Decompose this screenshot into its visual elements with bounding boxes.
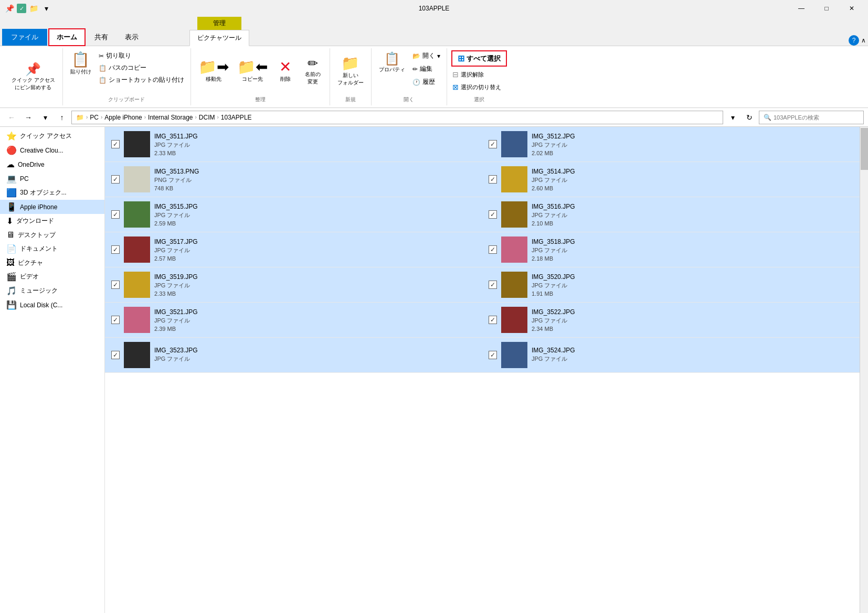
forward-button[interactable]: →: [21, 110, 36, 125]
file-info-12: IMG_3523.JPG JPG ファイル: [154, 347, 198, 364]
sidebar-item-1[interactable]: 🔴Creative Clou...: [0, 143, 104, 157]
file-checkbox-10[interactable]: [111, 316, 120, 324]
file-item[interactable]: IMG_3515.JPG JPG ファイル 2.59 MB: [105, 197, 482, 232]
invert-selection-button[interactable]: ⊠ 選択の切り替え: [451, 82, 502, 92]
file-item[interactable]: IMG_3524.JPG JPG ファイル: [482, 338, 860, 373]
file-item[interactable]: IMG_3516.JPG JPG ファイル 2.10 MB: [482, 197, 860, 232]
maximize-button[interactable]: □: [814, 0, 839, 17]
file-checkbox-4[interactable]: [111, 210, 120, 219]
file-checkbox-7[interactable]: [489, 245, 497, 254]
file-item[interactable]: IMG_3517.JPG JPG ファイル 2.57 MB: [105, 232, 482, 267]
qat-dropdown-icon[interactable]: ▾: [41, 3, 51, 14]
file-list[interactable]: IMG_3511.JPG JPG ファイル 2.33 MB IMG_3512.J…: [105, 127, 860, 613]
qat-pin-icon[interactable]: 📌: [4, 3, 15, 14]
copy-path-button[interactable]: 📋 パスのコピー: [97, 62, 186, 73]
file-thumb-1: [501, 131, 527, 157]
cut-icon: ✂: [99, 52, 104, 60]
recent-locations-button[interactable]: ▾: [38, 110, 52, 125]
expand-path-button[interactable]: ▾: [725, 110, 740, 125]
sidebar-item-4[interactable]: 🟦3D オブジェク...: [0, 186, 104, 200]
tab-share[interactable]: 共有: [87, 29, 116, 46]
tab-manage[interactable]: 管理: [197, 17, 241, 30]
rename-button[interactable]: ✏ 名前の 変更: [300, 55, 325, 88]
pin-button[interactable]: 📌 クイック アクセス にピン留めする: [8, 61, 58, 93]
open-button[interactable]: 📂 開く ▾: [410, 50, 442, 61]
file-checkbox-2[interactable]: [111, 175, 120, 184]
file-checkbox-11[interactable]: [489, 316, 497, 324]
qat-folder-icon[interactable]: 📁: [28, 3, 39, 14]
deselect-button[interactable]: ⊟ 選択解除: [451, 70, 485, 79]
scrollbar-thumb[interactable]: [861, 128, 868, 170]
file-checkbox-9[interactable]: [489, 281, 497, 289]
paste-shortcut-button[interactable]: 📋 ショートカットの貼り付け: [97, 74, 186, 85]
refresh-button[interactable]: ↻: [742, 110, 757, 125]
file-item[interactable]: IMG_3519.JPG JPG ファイル 2.33 MB: [105, 267, 482, 303]
file-checkbox-5[interactable]: [489, 210, 497, 219]
file-name-9: IMG_3520.JPG: [532, 273, 575, 281]
file-item[interactable]: IMG_3522.JPG JPG ファイル 2.34 MB: [482, 303, 860, 338]
cut-button[interactable]: ✂ 切り取り: [97, 50, 186, 61]
path-part-iphone[interactable]: Apple iPhone: [104, 114, 142, 121]
sidebar-icon-0: ⭐: [6, 131, 17, 141]
tab-home[interactable]: ホーム: [48, 28, 86, 46]
file-name-7: IMG_3518.JPG: [532, 238, 575, 245]
minimize-button[interactable]: —: [789, 0, 813, 17]
sidebar-item-0[interactable]: ⭐クイック アクセス: [0, 129, 104, 143]
history-button[interactable]: 🕐 履歴: [410, 77, 442, 88]
file-item[interactable]: IMG_3523.JPG JPG ファイル: [105, 338, 482, 373]
sidebar-item-5[interactable]: 📱Apple iPhone: [0, 200, 104, 214]
tab-view[interactable]: 表示: [117, 29, 146, 46]
deselect-icon: ⊟: [452, 70, 459, 79]
file-checkbox-1[interactable]: [489, 140, 497, 148]
sidebar-item-6[interactable]: ⬇ダウンロード: [0, 214, 104, 228]
file-checkbox-12[interactable]: [111, 351, 120, 359]
sidebar-item-2[interactable]: ☁OneDrive: [0, 157, 104, 171]
collapse-ribbon-button[interactable]: ∧: [861, 37, 866, 44]
scrollbar-track[interactable]: [860, 127, 868, 613]
file-item[interactable]: IMG_3521.JPG JPG ファイル 2.39 MB: [105, 303, 482, 338]
file-info-8: IMG_3519.JPG JPG ファイル 2.33 MB: [154, 273, 198, 297]
properties-button[interactable]: 📋 プロパティ: [376, 50, 408, 76]
file-item[interactable]: IMG_3514.JPG JPG ファイル 2.60 MB: [482, 162, 860, 197]
sidebar-item-8[interactable]: 📄ドキュメント: [0, 242, 104, 256]
qat-check-icon[interactable]: ✓: [17, 4, 26, 13]
sidebar-item-7[interactable]: 🖥デスクトップ: [0, 228, 104, 242]
close-button[interactable]: ✕: [840, 0, 864, 17]
address-path[interactable]: 📁 › PC › Apple iPhone › Internal Storage…: [71, 111, 723, 124]
file-item[interactable]: IMG_3513.PNG PNG ファイル 748 KB: [105, 162, 482, 197]
file-checkbox-0[interactable]: [111, 140, 120, 148]
back-button[interactable]: ←: [4, 110, 19, 125]
path-part-storage[interactable]: Internal Storage: [148, 114, 193, 121]
move-to-button[interactable]: 📁➡ 移動先: [195, 58, 232, 85]
file-name-0: IMG_3511.JPG: [154, 133, 198, 140]
select-all-button[interactable]: ⊞ すべて選択: [451, 50, 507, 67]
sidebar-item-10[interactable]: 🎬ビデオ: [0, 270, 104, 284]
new-folder-button[interactable]: 📁 新しい フォルダー: [334, 54, 367, 89]
search-box[interactable]: 🔍: [759, 111, 864, 124]
edit-button[interactable]: ✏ 編集: [410, 63, 442, 74]
path-part-folder[interactable]: 103APPLE: [221, 114, 252, 121]
file-item[interactable]: IMG_3512.JPG JPG ファイル 2.02 MB: [482, 127, 860, 162]
file-checkbox-8[interactable]: [111, 281, 120, 289]
tab-picture-tools[interactable]: ピクチャツール: [189, 30, 249, 46]
delete-button[interactable]: ✕ 削除: [273, 58, 298, 85]
search-input[interactable]: [774, 114, 859, 121]
file-size-1: 2.02 MB: [532, 150, 575, 156]
path-part-dcim[interactable]: DCIM: [199, 114, 215, 121]
up-button[interactable]: ↑: [55, 110, 69, 125]
path-part-pc[interactable]: PC: [90, 114, 99, 121]
file-checkbox-3[interactable]: [489, 175, 497, 184]
paste-button[interactable]: 📋 貼り付け: [67, 50, 94, 78]
sidebar-item-9[interactable]: 🖼ピクチャ: [0, 256, 104, 270]
sidebar-item-3[interactable]: 💻PC: [0, 171, 104, 186]
tab-file[interactable]: ファイル: [2, 29, 47, 46]
file-item[interactable]: IMG_3520.JPG JPG ファイル 1.91 MB: [482, 267, 860, 303]
file-checkbox-6[interactable]: [111, 245, 120, 254]
file-item[interactable]: IMG_3518.JPG JPG ファイル 2.18 MB: [482, 232, 860, 267]
sidebar-item-12[interactable]: 💾Local Disk (C...: [0, 298, 104, 312]
file-checkbox-13[interactable]: [489, 351, 497, 359]
file-item[interactable]: IMG_3511.JPG JPG ファイル 2.33 MB: [105, 127, 482, 162]
sidebar-item-11[interactable]: 🎵ミュージック: [0, 284, 104, 298]
copy-to-button[interactable]: 📁⬅ コピー先: [234, 58, 271, 85]
help-button[interactable]: ?: [849, 35, 859, 46]
